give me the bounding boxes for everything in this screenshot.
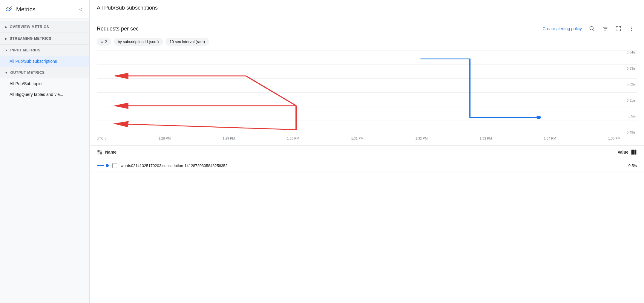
x-label-0: UTC-8	[97, 137, 106, 140]
x-label-5: 1:32 PM	[415, 137, 428, 140]
nav-section-label-output: OUTPUT METRICS	[10, 71, 45, 75]
y-label-5: 0.49/s	[622, 131, 636, 134]
x-label-8: 1:35 PM	[608, 137, 620, 140]
x-label-3: 1:30 PM	[287, 137, 299, 140]
legend-value-header: Value	[617, 149, 637, 155]
x-label-1: 1:28 PM	[158, 137, 171, 140]
legend-indicator	[97, 164, 109, 167]
svg-point-7	[631, 28, 632, 29]
sidebar-item-all-bigquery[interactable]: All BigQuery tables and vie...	[0, 89, 89, 100]
chart-wrapper: 0.54/s 0.53/s 0.52/s 0.51/s 0.5/s 0.49/s	[97, 51, 637, 134]
sidebar-title: Metrics	[16, 6, 35, 13]
nav-section-header-input[interactable]: ▼ INPUT METRICS	[0, 45, 89, 56]
filter-icon	[602, 26, 608, 32]
legend-name-label: Name	[105, 150, 116, 154]
sidebar-collapse-button[interactable]: ◁	[78, 5, 85, 14]
chevron-right-icon-streaming: ▶	[5, 37, 7, 40]
x-label-7: 1:34 PM	[544, 137, 556, 140]
search-icon	[589, 26, 595, 32]
nav-section-label-streaming: STREAMING METRICS	[10, 36, 52, 41]
legend-checkbox[interactable]	[112, 163, 117, 168]
nav-section-label-input: INPUT METRICS	[10, 48, 41, 52]
filter-chip-count[interactable]: ≡ 2	[97, 38, 111, 46]
filter-chip-interval[interactable]: 10 sec interval (rate)	[165, 38, 209, 46]
chart-header: Requests per sec Create alerting policy	[97, 23, 637, 34]
svg-rect-28	[635, 150, 636, 155]
main-header: All Pub/Sub subscriptions	[90, 0, 644, 16]
chart-endpoint-dot	[536, 116, 541, 119]
sidebar-item-all-pubsub[interactable]: All Pub/Sub subscriptions	[0, 56, 89, 67]
y-label-3: 0.51/s	[622, 99, 636, 102]
filter-lines-icon: ≡	[101, 40, 103, 44]
nav-section-overview: ▶ OVERVIEW METRICS	[0, 21, 89, 33]
y-label-0: 0.54/s	[622, 51, 636, 54]
x-label-2: 1:29 PM	[223, 137, 235, 140]
sidebar-header: Metrics ◁	[0, 0, 89, 19]
search-icon-button[interactable]	[587, 23, 597, 34]
chart-container: Requests per sec Create alerting policy	[90, 16, 644, 140]
legend-row: words02141325170203.subscription-1412872…	[90, 159, 644, 172]
chevron-right-icon: ▶	[5, 25, 7, 29]
sidebar-nav: ▶ OVERVIEW METRICS ▶ STREAMING METRICS ▼…	[0, 19, 89, 102]
nav-section-header-streaming[interactable]: ▶ STREAMING METRICS	[0, 33, 89, 44]
filter-chip-count-label: 2	[105, 39, 107, 44]
svg-rect-24	[98, 152, 100, 154]
y-label-2: 0.52/s	[622, 82, 636, 86]
more-options-button[interactable]	[626, 23, 637, 34]
main-content: Requests per sec Create alerting policy	[90, 16, 644, 303]
chevron-down-icon-input: ▼	[5, 49, 8, 52]
chart-title: Requests per sec	[97, 26, 139, 32]
svg-point-8	[631, 30, 632, 31]
svg-point-6	[631, 27, 632, 27]
main-content-area: All Pub/Sub subscriptions Requests per s…	[90, 0, 644, 303]
sidebar: Metrics ◁ ▶ OVERVIEW METRICS ▶ STREAMING…	[0, 0, 90, 303]
legend-header: Name Value	[90, 146, 644, 159]
filter-chip-interval-label: 10 sec interval (rate)	[170, 39, 205, 44]
filter-chip-subscription[interactable]: by subscription id (sum)	[114, 38, 163, 46]
chart-svg	[97, 51, 637, 134]
legend-row-name: words02141325170203.subscription-1412872…	[121, 163, 628, 168]
svg-rect-26	[631, 150, 633, 155]
create-alerting-policy-link[interactable]: Create alerting policy	[542, 26, 582, 31]
svg-rect-22	[98, 150, 100, 152]
page-title: All Pub/Sub subscriptions	[97, 5, 637, 11]
legend-line-indicator	[97, 165, 104, 166]
column-config-icon[interactable]	[631, 149, 637, 155]
y-label-4: 0.5/s	[622, 114, 636, 118]
svg-rect-27	[633, 150, 635, 155]
chart-area	[97, 51, 637, 134]
nav-section-streaming: ▶ STREAMING METRICS	[0, 33, 89, 45]
table-icon	[97, 149, 103, 155]
legend-row-value: 0.5/s	[628, 163, 637, 168]
chart-actions: Create alerting policy	[542, 23, 637, 34]
svg-rect-25	[100, 152, 102, 154]
x-label-6: 1:33 PM	[480, 137, 492, 140]
y-label-1: 0.53/s	[622, 67, 636, 70]
sidebar-logo: Metrics	[5, 5, 35, 13]
chart-filters: ≡ 2 by subscription id (sum) 10 sec inte…	[97, 38, 637, 46]
fullscreen-icon	[615, 26, 621, 32]
legend-dot-indicator	[106, 164, 109, 167]
x-label-4: 1:31 PM	[351, 137, 364, 140]
legend-value-label: Value	[617, 150, 628, 154]
sidebar-item-all-pubsub-topics[interactable]: All Pub/Sub topics	[0, 78, 89, 89]
legend-table: Name Value words0214132	[90, 145, 644, 172]
nav-section-output: ▼ OUTPUT METRICS All Pub/Sub topics All …	[0, 67, 89, 100]
nav-section-input: ▼ INPUT METRICS All Pub/Sub subscription…	[0, 45, 89, 67]
filter-icon-button[interactable]	[600, 23, 611, 34]
nav-section-header-overview[interactable]: ▶ OVERVIEW METRICS	[0, 21, 89, 33]
chart-x-labels: UTC-8 1:28 PM 1:29 PM 1:30 PM 1:31 PM 1:…	[97, 135, 637, 140]
chart-y-labels: 0.54/s 0.53/s 0.52/s 0.51/s 0.5/s 0.49/s	[620, 51, 637, 134]
more-vert-icon	[628, 26, 634, 32]
fullscreen-icon-button[interactable]	[613, 23, 624, 34]
nav-section-label-overview: OVERVIEW METRICS	[10, 25, 49, 29]
svg-line-1	[593, 30, 594, 31]
svg-rect-23	[100, 150, 102, 152]
legend-name-header: Name	[97, 149, 617, 155]
nav-section-header-output[interactable]: ▼ OUTPUT METRICS	[0, 67, 89, 78]
filter-chip-subscription-label: by subscription id (sum)	[118, 39, 159, 44]
chevron-down-icon-output: ▼	[5, 71, 8, 74]
metrics-logo-icon	[5, 5, 13, 13]
